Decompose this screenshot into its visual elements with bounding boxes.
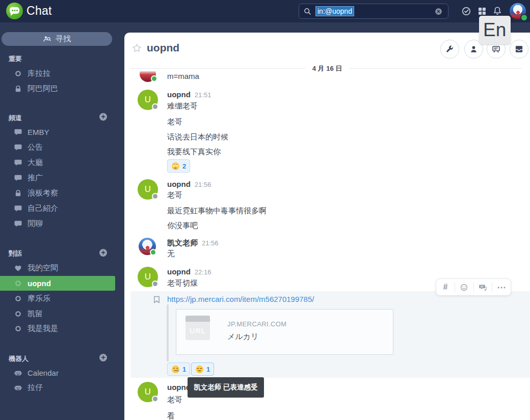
- message-text: 老哥: [167, 395, 182, 405]
- inbox-button[interactable]: [510, 40, 528, 59]
- timestamp: 21:56: [195, 181, 211, 188]
- robot-icon: [14, 383, 22, 392]
- dm-ring-icon: [14, 324, 22, 333]
- reply-thread-button[interactable]: [473, 282, 492, 292]
- robot-icon: [14, 369, 22, 377]
- username[interactable]: uopnd: [167, 267, 191, 276]
- add-channel-button[interactable]: [99, 113, 107, 121]
- tasks-check-button[interactable]: [461, 6, 471, 16]
- message-text: 老哥切煤: [167, 278, 198, 288]
- message-text: 看: [167, 411, 175, 420]
- ime-language-indicator: En: [479, 16, 511, 44]
- bell-icon: [492, 6, 502, 16]
- channel-bubble-icon: [14, 219, 22, 228]
- username[interactable]: uopnd: [167, 383, 191, 391]
- add-conversation-button[interactable]: [99, 249, 107, 257]
- reaction-chip-hovered[interactable]: 1: [191, 362, 214, 376]
- clear-search-button[interactable]: [434, 7, 443, 16]
- reaction-count: 2: [182, 162, 186, 170]
- message-text: 难绷老哥: [167, 101, 198, 111]
- presence-dot: [150, 249, 156, 256]
- reaction-count: 1: [206, 366, 210, 373]
- reaction-chip[interactable]: 1: [167, 362, 190, 376]
- reaction-chip[interactable]: 2: [167, 159, 190, 173]
- room-admin-button[interactable]: [440, 40, 459, 59]
- channel-bubble-icon: [14, 128, 22, 136]
- wrench-icon: [445, 44, 455, 54]
- chat-panel: uopnd 4 月 16 日 m=mama U uopnd 21:51 难绷老哥…: [124, 33, 530, 420]
- kanban-board-icon: [491, 44, 501, 54]
- sidebar-item-kailiu[interactable]: 凯留: [0, 306, 115, 321]
- message-text: 我要线下真实你: [167, 147, 221, 157]
- search-query-text: in:@uopnd: [315, 6, 354, 16]
- message-text: 你没事吧: [167, 221, 198, 231]
- sidebar-item-lazai[interactable]: 拉仔: [0, 380, 115, 395]
- message-text: 最近霓虹事物中毒事情很多啊: [167, 206, 267, 216]
- chat-logo-icon: [6, 3, 23, 19]
- face-with-rolling-eyes-emoji: [171, 162, 180, 171]
- sidebar-item-promo[interactable]: 推广: [0, 171, 115, 185]
- presence-dot: [152, 396, 158, 402]
- sidebar-item-chitchat[interactable]: 閒聊: [0, 216, 115, 231]
- add-reaction-button[interactable]: [455, 282, 473, 292]
- username[interactable]: uopnd: [167, 180, 191, 188]
- channel-bubble-icon: [14, 204, 22, 213]
- apps-button[interactable]: [477, 6, 487, 16]
- chat-bubbles-icon: [479, 283, 487, 292]
- add-bot-button[interactable]: [99, 354, 107, 361]
- favorite-star-icon[interactable]: [131, 43, 142, 53]
- lock-icon: [14, 189, 22, 198]
- crying-face-emoji: [171, 365, 180, 374]
- notifications-button[interactable]: [492, 6, 502, 16]
- sidebar: 寻找 重要 库拉拉 阿巴阿巴 頻道 EMBY 公告 大廳 推广: [0, 22, 124, 420]
- channel-bubble-icon: [14, 174, 22, 182]
- user-presence-dot: [520, 14, 528, 21]
- app-window: Chat in:@uopnd En 寻找 重要: [0, 0, 530, 420]
- inbox-tray-icon: [514, 44, 524, 54]
- section-bots: 機器人: [9, 354, 29, 363]
- preview-site: JP.MERCARI.COM: [227, 320, 287, 328]
- app-logo[interactable]: Chat: [6, 3, 52, 19]
- message-text: m=mama: [167, 72, 199, 80]
- username[interactable]: uopnd: [167, 90, 191, 99]
- apps-grid-icon: [477, 6, 487, 16]
- sidebar-item-molele[interactable]: 摩乐乐: [0, 291, 115, 305]
- sidebar-item-langban[interactable]: 浪板考察: [0, 186, 115, 200]
- reaction-count: 1: [182, 366, 186, 373]
- person-icon: [469, 44, 479, 54]
- sidebar-item-selfintro[interactable]: 自己紹介: [0, 201, 115, 215]
- search-input[interactable]: in:@uopnd: [299, 4, 448, 19]
- expressionless-face-emoji: [195, 365, 204, 374]
- message-link[interactable]: https://jp.mercari.com/item/m56270199785…: [167, 295, 314, 303]
- message-text: 无: [167, 249, 175, 259]
- dm-ring-icon: [14, 279, 22, 288]
- more-actions-button[interactable]: ⋯: [492, 282, 511, 292]
- search-icon: [303, 7, 312, 16]
- timestamp: 21:51: [195, 91, 211, 99]
- bookmark-icon: [153, 295, 161, 304]
- sidebar-item-myspace[interactable]: 我的空間: [0, 261, 115, 275]
- username[interactable]: 凯文老师: [167, 238, 198, 248]
- sidebar-item-uopnd-active[interactable]: uopnd: [0, 276, 115, 291]
- sidebar-item-emby[interactable]: EMBY: [0, 125, 115, 139]
- channel-bubble-icon: [14, 143, 22, 152]
- url-favicon: URL: [186, 316, 210, 340]
- dm-ring-icon: [14, 310, 22, 318]
- sidebar-item-calendar[interactable]: Calendar: [0, 366, 115, 380]
- smiley-icon: [460, 283, 468, 292]
- topbar: Chat in:@uopnd: [0, 0, 530, 22]
- sidebar-search-button[interactable]: 寻找: [2, 32, 112, 46]
- create-discussion-button[interactable]: #: [436, 282, 455, 292]
- sidebar-item-announcement[interactable]: 公告: [0, 140, 115, 154]
- dm-ring-icon: [14, 294, 22, 303]
- sidebar-item-abaaba[interactable]: 阿巴阿巴: [0, 81, 115, 96]
- timestamp: 22:16: [195, 268, 211, 276]
- preview-quote-bar: [167, 304, 169, 361]
- channel-bubble-icon: [14, 158, 22, 167]
- sidebar-item-lobby[interactable]: 大廳: [0, 155, 115, 170]
- sidebar-item-kulala[interactable]: 库拉拉: [0, 66, 115, 80]
- link-preview-card[interactable]: URL JP.MERCARI.COM メルカリ: [176, 309, 393, 355]
- link-message-highlight: https://jp.mercari.com/item/m56270199785…: [130, 291, 530, 378]
- sidebar-item-woshiwoshi[interactable]: 我是我是: [0, 321, 115, 335]
- sidebar-search-label: 寻找: [56, 34, 71, 44]
